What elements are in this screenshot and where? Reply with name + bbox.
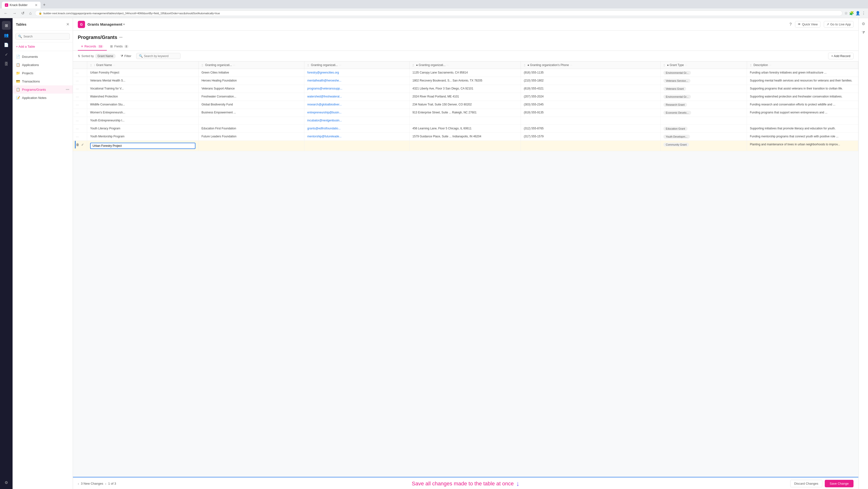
profile-icon[interactable]: 👤: [856, 11, 860, 16]
grant-name-input[interactable]: [90, 143, 195, 149]
col-header-org3[interactable]: ⣿ ● Granting organizati... ⋯: [409, 61, 521, 69]
help-icon[interactable]: ?: [789, 22, 792, 27]
col-header-phone[interactable]: ⣿ ● Granting organization's Phone ⋯: [521, 61, 660, 69]
sidebar-item-projects[interactable]: 📁 Projects •••: [12, 69, 73, 77]
row-actions-cell: ···: [73, 85, 87, 93]
right-rail-filter-icon[interactable]: ⧩: [861, 29, 866, 36]
address-bar[interactable]: 🔒 builder-next.knack.com/ziggyapps/grant…: [35, 10, 842, 16]
cell-description: Funding urban forestry initiatives and g…: [747, 69, 858, 77]
app-caret-icon[interactable]: ▾: [123, 23, 125, 26]
next-change-button[interactable]: ›: [105, 482, 106, 486]
bookmark-icon[interactable]: ☆: [844, 11, 848, 16]
cell-grant-name: Wildlife Conservation Stu...: [87, 101, 198, 109]
tab-close-button[interactable]: ✕: [35, 3, 38, 7]
save-change-button[interactable]: Save Change: [825, 480, 854, 487]
discard-changes-button[interactable]: Discard Changes: [790, 480, 823, 487]
row-actions-cell: ···: [73, 69, 87, 77]
row-actions-cell: ···: [73, 93, 87, 101]
col-header-org1[interactable]: ⣿ Granting organizati... ⋯: [198, 61, 304, 69]
cell-org2[interactable]: [304, 141, 409, 151]
prev-change-button[interactable]: ‹: [78, 482, 79, 486]
table-row: ···Women's Entrepreneursh...Business Emp…: [73, 109, 858, 117]
search-keyword-input[interactable]: [144, 54, 178, 58]
org-email-link[interactable]: entrepreneurship@busin...: [307, 111, 342, 114]
cell-org2[interactable]: entrepreneurship@busin...: [304, 109, 409, 117]
col-header-type[interactable]: ⣿ ● Grant Type ⋯: [660, 61, 747, 69]
new-tab-button[interactable]: +: [41, 1, 48, 8]
sidebar-item-programs-grants[interactable]: 📋 Programs/Grants •••: [12, 85, 73, 94]
sorted-by-icon: ⇅: [78, 54, 80, 58]
right-rail-settings-icon[interactable]: ⚙: [861, 21, 866, 27]
cell-org2[interactable]: incubator@nextgenbusin...: [304, 117, 409, 125]
cell-org1: Green Cities Initiative: [198, 69, 304, 77]
rail-pages-icon[interactable]: 📄: [2, 40, 11, 49]
org-email-link[interactable]: mentalhealth@heroeshe...: [307, 79, 341, 82]
col-more-icon[interactable]: ⋯: [446, 64, 449, 66]
cell-org2[interactable]: mentalhealth@heroeshe...: [304, 77, 409, 85]
cell-org2[interactable]: mentorship@futureleade...: [304, 133, 409, 141]
cell-org2[interactable]: forestry@greencities.org: [304, 69, 409, 77]
col-header-desc[interactable]: ⣿ Description ⋯: [747, 61, 858, 69]
rail-tasks-icon[interactable]: ✓: [2, 50, 11, 59]
table-title-more-icon[interactable]: •••: [119, 35, 122, 39]
col-more-icon[interactable]: ⋯: [570, 64, 572, 66]
tab-fields[interactable]: ⊞ Fields 8: [107, 42, 132, 51]
rail-users-icon[interactable]: 👥: [2, 31, 11, 39]
filter-button[interactable]: ⧩ Filter: [118, 53, 134, 59]
sidebar-item-transactions[interactable]: 💳 Transactions •••: [12, 77, 73, 85]
sidebar-item-applications[interactable]: 📋 Applications •••: [12, 61, 73, 69]
org-email-link[interactable]: mentorship@futureleade...: [307, 135, 342, 138]
delete-row-icon[interactable]: 🗑: [76, 143, 79, 147]
org-email-link[interactable]: grants@edfirstfoundatio...: [307, 127, 341, 130]
add-table-button[interactable]: + Add a Table: [12, 42, 73, 51]
cell-grant-name[interactable]: [87, 141, 198, 151]
org-email-link[interactable]: incubator@nextgenbusin...: [307, 119, 342, 122]
sidebar-item-application-notes[interactable]: 📝 Application Notes •••: [12, 94, 73, 102]
col-more-icon[interactable]: ⋯: [339, 64, 341, 66]
back-button[interactable]: ←: [2, 10, 9, 17]
search-input[interactable]: [24, 35, 67, 38]
cell-org2[interactable]: programs@veteranssupp...: [304, 85, 409, 93]
browser-tab-active[interactable]: K Knack Builder ✕: [2, 2, 40, 8]
quick-view-button[interactable]: 👁 Quick View: [795, 21, 820, 28]
cell-description: Funding programs that support women entr…: [747, 109, 858, 117]
cell-grant-name: Urban Forestry Project: [87, 69, 198, 77]
programs-more-icon[interactable]: •••: [66, 88, 69, 91]
menu-icon[interactable]: ⋮: [862, 11, 866, 16]
quick-view-icon: 👁: [798, 23, 801, 26]
col-more-icon[interactable]: ⋯: [769, 64, 771, 66]
cell-org2[interactable]: grants@edfirstfoundatio...: [304, 125, 409, 133]
cell-org2[interactable]: research@globalbiodiver...: [304, 101, 409, 109]
row-dots: ···: [76, 71, 79, 75]
tab-records[interactable]: ≡ Records 59: [78, 42, 107, 51]
org-email-link[interactable]: research@globalbiodiver...: [307, 103, 342, 106]
rail-settings-icon[interactable]: ⚙: [2, 478, 11, 487]
rail-home-icon[interactable]: ⊞: [2, 21, 11, 30]
extensions-icon[interactable]: 🧩: [849, 11, 854, 16]
sidebar-item-documents[interactable]: 📄 Documents •••: [12, 53, 73, 61]
org-email-link[interactable]: forestry@greencities.org: [307, 71, 339, 74]
home-button[interactable]: ⌂: [28, 10, 33, 17]
col-more-icon[interactable]: ⋯: [685, 64, 687, 66]
col-header-grant-name[interactable]: ⣿ ↕ Grant Name ⋯: [87, 61, 198, 69]
org-email-link[interactable]: programs@veteranssupp...: [307, 87, 342, 90]
confirm-row-icon[interactable]: ✓: [81, 143, 84, 147]
col-more-icon[interactable]: ⋯: [233, 64, 235, 66]
cell-description: Supporting initiatives that promote lite…: [747, 125, 858, 133]
sidebar-close-button[interactable]: ✕: [66, 22, 69, 27]
add-record-button[interactable]: + Add Record: [828, 53, 854, 59]
forward-button[interactable]: →: [11, 10, 18, 17]
app-wrapper: ⊞ 👥 📄 ✓ 🗄 ⚙ Tables ✕ 🔍 + Add a Table 📄 D…: [0, 18, 868, 489]
org-email-link[interactable]: watershed@freshwateral...: [307, 95, 342, 98]
go-live-button[interactable]: ↗ Go to Live App: [824, 21, 854, 28]
cell-org3: 4321 Liberty Ave, Floor 3 San Diego, CA …: [409, 85, 521, 93]
sidebar-item-label: Applications: [22, 63, 39, 67]
go-live-icon: ↗: [827, 23, 829, 26]
col-more-icon[interactable]: ⋯: [113, 64, 115, 66]
sort-field-tag[interactable]: Grant Name: [95, 54, 116, 59]
reload-button[interactable]: ↺: [20, 10, 26, 17]
sidebar-header: Tables ✕: [12, 18, 73, 31]
cell-org2[interactable]: watershed@freshwateral...: [304, 93, 409, 101]
col-header-org2[interactable]: ⣿ Granting organizati... ⋯: [304, 61, 409, 69]
rail-data-icon[interactable]: 🗄: [2, 60, 11, 68]
